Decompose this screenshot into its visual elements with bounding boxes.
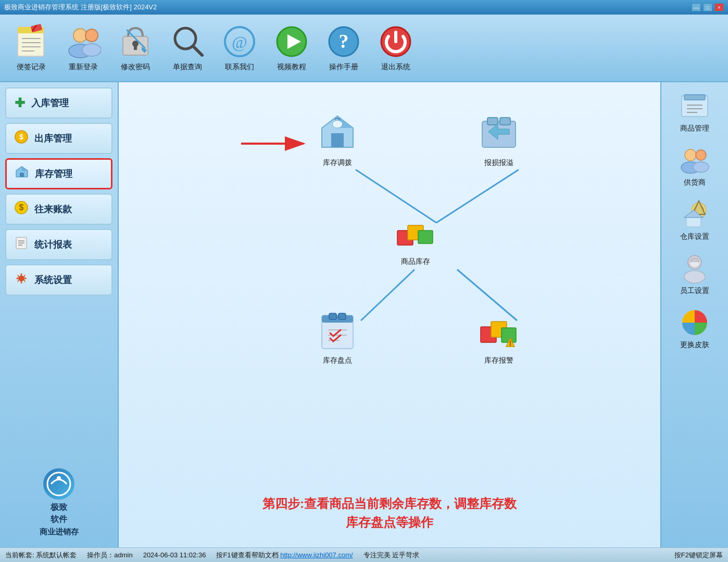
- toolbar-video[interactable]: 视频教程: [271, 24, 312, 72]
- toolbar: 便签记录 重新登录 修改密码: [0, 15, 728, 82]
- window-controls: — □ ×: [692, 3, 724, 11]
- content-area: 库存调拨 报损报溢: [119, 82, 660, 547]
- right-item-product[interactable]: 商品管理: [676, 87, 713, 136]
- alert-icon: [478, 311, 520, 353]
- manual-icon: ?: [326, 24, 361, 59]
- video-label: 视频教程: [277, 62, 306, 72]
- video-icon: [274, 24, 309, 59]
- skin-label: 更换皮肤: [680, 340, 709, 350]
- svg-point-36: [19, 276, 24, 281]
- svg-rect-57: [338, 313, 346, 320]
- sidebar-item-inventory[interactable]: 库存管理: [5, 158, 112, 189]
- status-operator: 操作员：admin: [87, 551, 132, 560]
- outbound-label: 出库管理: [34, 132, 72, 145]
- svg-text:$: $: [19, 133, 23, 141]
- staff-label: 员工设置: [680, 286, 709, 296]
- svg-point-72: [685, 149, 696, 161]
- logo-name: 极致软件: [51, 502, 67, 525]
- settings-label: 系统设置: [34, 274, 72, 286]
- status-slogan: 专注完美 近乎苛求: [363, 551, 420, 560]
- instruction-text: 第四步:查看商品当前剩余库存数，调整库存数 库存盘点等操作: [129, 484, 650, 537]
- supplier-label: 供货商: [684, 178, 706, 187]
- sidebar-item-outbound[interactable]: $ 出库管理: [5, 123, 112, 154]
- query-label: 单据查询: [173, 62, 202, 72]
- toolbar-relogin[interactable]: 重新登录: [62, 24, 104, 72]
- svg-point-74: [696, 150, 706, 160]
- svg-rect-68: [684, 95, 705, 100]
- svg-text:?: ?: [339, 30, 349, 52]
- settings-icon: [15, 272, 28, 288]
- change-pwd-icon: [118, 24, 153, 59]
- sidebar-item-accounts[interactable]: $ 往来账款: [5, 194, 112, 225]
- warehouse-label: 仓库设置: [680, 232, 709, 241]
- relogin-icon: [66, 24, 101, 59]
- warehouse-icon: [679, 199, 710, 230]
- node-alert[interactable]: 库存报警: [478, 311, 520, 365]
- node-check[interactable]: 库存盘点: [317, 311, 358, 365]
- svg-rect-29: [20, 173, 24, 177]
- diagram: 库存调拨 报损报溢: [129, 93, 650, 484]
- stock-label: 商品库存: [401, 257, 430, 266]
- diagram-connections: [129, 93, 650, 484]
- svg-rect-56: [329, 313, 336, 320]
- inventory-icon: [15, 165, 29, 182]
- inventory-label: 库存管理: [35, 168, 72, 180]
- close-button[interactable]: ×: [714, 3, 724, 11]
- supplier-icon: [679, 145, 710, 176]
- outbound-icon: $: [15, 130, 28, 147]
- main-area: ✚ 入库管理 $ 出库管理 库存管理: [0, 82, 728, 547]
- product-mgmt-icon: [679, 91, 710, 122]
- change-pwd-label: 修改密码: [121, 62, 150, 72]
- inbound-label: 入库管理: [31, 97, 69, 109]
- svg-point-11: [82, 44, 101, 56]
- toolbar-change-pwd[interactable]: 修改密码: [115, 24, 156, 72]
- reports-icon: [15, 236, 28, 253]
- svg-point-10: [85, 29, 98, 42]
- sticky-note-icon: [14, 24, 49, 59]
- toolbar-sticky-note[interactable]: 便签记录: [10, 24, 52, 72]
- toolbar-query[interactable]: 单据查询: [167, 24, 208, 72]
- status-help-link[interactable]: http://www.jizhi007.com/: [280, 551, 353, 559]
- sticky-note-label: 便签记录: [17, 62, 46, 72]
- node-damage[interactable]: 报损报溢: [478, 113, 520, 168]
- status-datetime: 2024-06-03 11:02:36: [143, 551, 206, 559]
- status-account: 当前帐套: 系统默认帐套: [5, 551, 77, 560]
- damage-icon: [478, 113, 520, 155]
- staff-icon: [679, 253, 710, 284]
- svg-rect-47: [331, 133, 344, 147]
- svg-point-37: [47, 472, 70, 495]
- manual-label: 操作手册: [329, 62, 358, 72]
- toolbar-manual[interactable]: ? 操作手册: [323, 24, 365, 72]
- skin-icon: [679, 307, 710, 338]
- right-panel: 商品管理 供货商: [660, 82, 728, 547]
- sidebar-item-inbound[interactable]: ✚ 入库管理: [5, 87, 112, 119]
- svg-line-43: [361, 270, 415, 321]
- svg-point-38: [57, 476, 61, 480]
- sidebar-logo: 极致软件 商业进销存: [5, 463, 112, 542]
- right-item-skin[interactable]: 更换皮肤: [676, 304, 713, 353]
- node-stock[interactable]: 商品库存: [395, 212, 436, 266]
- sidebar-item-settings[interactable]: 系统设置: [5, 264, 112, 296]
- product-mgmt-label: 商品管理: [680, 124, 709, 133]
- svg-point-75: [693, 162, 709, 172]
- node-transfer[interactable]: 库存调拨: [317, 113, 358, 168]
- right-item-supplier[interactable]: 供货商: [676, 142, 713, 190]
- svg-rect-50: [500, 118, 510, 125]
- sidebar-item-reports[interactable]: 统计报表: [5, 229, 112, 260]
- svg-rect-14: [134, 45, 137, 50]
- alert-label: 库存报警: [484, 356, 513, 365]
- svg-rect-55: [322, 315, 353, 323]
- logo-icon: [43, 468, 74, 500]
- logout-label: 退出系统: [381, 62, 410, 72]
- svg-point-83: [684, 271, 705, 283]
- toolbar-contact[interactable]: @ 联系我们: [219, 24, 260, 72]
- instruction-line2: 库存盘点等操作: [129, 513, 650, 532]
- toolbar-logout[interactable]: 退出系统: [375, 24, 417, 72]
- maximize-button[interactable]: □: [703, 3, 712, 11]
- right-item-staff[interactable]: 员工设置: [676, 250, 713, 299]
- minimize-button[interactable]: —: [692, 3, 701, 11]
- svg-text:@: @: [232, 33, 247, 52]
- sidebar: ✚ 入库管理 $ 出库管理 库存管理: [0, 82, 119, 547]
- right-item-warehouse[interactable]: 仓库设置: [676, 196, 713, 245]
- logout-icon: [378, 24, 413, 59]
